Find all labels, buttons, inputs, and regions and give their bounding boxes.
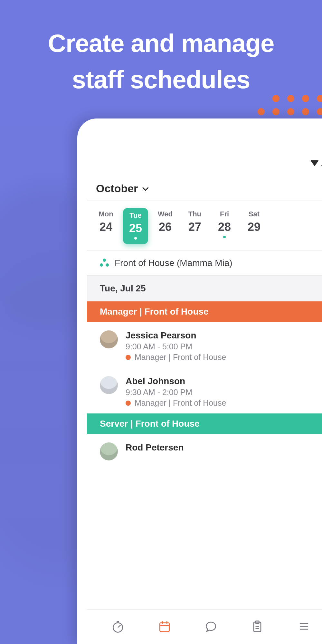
- day-number: 25: [123, 222, 148, 235]
- day-name: Fri: [212, 210, 237, 218]
- day-wed[interactable]: Wed 26: [153, 208, 178, 244]
- week-day-strip: Mon 24 Tue 25 Wed 26 Thu 27 Fri: [87, 201, 322, 251]
- clipboard-icon: [250, 619, 264, 633]
- app-store-screenshot: Create and manage staff schedules Octobe…: [0, 0, 322, 644]
- dot-icon: [287, 95, 294, 102]
- role-header-label: Server | Front of House: [100, 419, 200, 429]
- staff-time: 9:30 AM - 2:00 PM: [126, 388, 226, 397]
- dot-icon: [272, 95, 279, 102]
- dot-icon: [317, 108, 322, 115]
- location-icon: [100, 259, 109, 268]
- decorative-dots-row-2: [258, 108, 322, 115]
- day-number: 29: [242, 220, 267, 234]
- staff-role: Manager | Front of House: [126, 353, 226, 362]
- decorative-dots-row-1: [272, 95, 322, 102]
- menu-icon: [297, 619, 311, 633]
- day-fri[interactable]: Fri 28: [212, 208, 237, 244]
- day-number: 26: [153, 220, 178, 234]
- tab-clipboard[interactable]: [250, 619, 264, 635]
- svg-point-0: [113, 623, 123, 632]
- date-header-label: Tue, Jul 25: [100, 283, 146, 293]
- tab-stopwatch[interactable]: [111, 619, 125, 635]
- avatar: [100, 330, 118, 348]
- role-color-dot-icon: [126, 401, 131, 406]
- day-number: 28: [212, 220, 237, 234]
- hero-headline: Create and manage staff schedules: [0, 25, 322, 98]
- bottom-tab-bar: [87, 609, 322, 644]
- signal-icon: [321, 160, 322, 166]
- staff-row[interactable]: Abel Johnson 9:30 AM - 2:00 PM Manager |…: [87, 368, 322, 413]
- avatar: [100, 442, 118, 460]
- tab-menu[interactable]: [297, 619, 311, 635]
- chat-icon: [204, 619, 218, 633]
- staff-name: Jessica Pearson: [126, 330, 226, 341]
- phone-mockup: October Mon 24 Tue 25 Wed 26 Thu: [77, 118, 322, 644]
- day-sat[interactable]: Sat 29: [242, 208, 267, 244]
- staff-row[interactable]: Rod Petersen: [87, 434, 322, 466]
- day-name: Mon: [93, 210, 118, 218]
- staff-row[interactable]: Jessica Pearson 9:00 AM - 5:00 PM Manage…: [87, 322, 322, 368]
- month-picker[interactable]: October: [87, 176, 322, 201]
- staff-name: Rod Petersen: [126, 442, 184, 453]
- dot-icon: [272, 108, 279, 115]
- date-header: Tue, Jul 25: [87, 276, 322, 301]
- staff-meta: Jessica Pearson 9:00 AM - 5:00 PM Manage…: [126, 330, 226, 362]
- hero-line-1: Create and manage: [0, 25, 322, 62]
- dot-icon: [287, 108, 294, 115]
- staff-name: Abel Johnson: [126, 376, 226, 386]
- day-mon[interactable]: Mon 24: [93, 208, 118, 244]
- dot-icon: [317, 95, 322, 102]
- hero-line-2: staff schedules: [0, 62, 322, 98]
- staff-meta: Rod Petersen: [126, 442, 184, 454]
- role-header-manager: Manager | Front of House: [87, 301, 322, 322]
- day-name: Thu: [182, 210, 207, 218]
- staff-meta: Abel Johnson 9:30 AM - 2:00 PM Manager |…: [126, 376, 226, 408]
- tab-chat[interactable]: [204, 619, 218, 635]
- day-name: Tue: [123, 211, 148, 220]
- role-color-dot-icon: [126, 355, 131, 360]
- role-header-server: Server | Front of House: [87, 413, 322, 434]
- chevron-down-icon: [142, 185, 149, 191]
- avatar: [100, 376, 118, 394]
- dot-icon: [258, 108, 265, 115]
- dot-icon: [302, 95, 309, 102]
- month-label: October: [96, 182, 138, 195]
- location-label: Front of House (Mamma Mia): [115, 258, 232, 268]
- day-name: Wed: [153, 210, 178, 218]
- svg-rect-1: [160, 623, 169, 632]
- phone-screen: October Mon 24 Tue 25 Wed 26 Thu: [87, 154, 322, 644]
- staff-time: 9:00 AM - 5:00 PM: [126, 342, 226, 351]
- dot-icon: [302, 108, 309, 115]
- staff-role-label: Manager | Front of House: [135, 398, 226, 408]
- location-section[interactable]: Front of House (Mamma Mia): [87, 251, 322, 276]
- day-number: 27: [182, 220, 207, 234]
- tab-calendar[interactable]: [157, 619, 172, 635]
- day-number: 24: [93, 220, 118, 234]
- wifi-icon: [310, 160, 319, 166]
- day-tue-selected[interactable]: Tue 25: [123, 208, 148, 244]
- event-dot-icon: [134, 237, 137, 240]
- day-name: Sat: [242, 210, 267, 218]
- role-header-label: Manager | Front of House: [100, 307, 209, 317]
- stopwatch-icon: [111, 619, 125, 633]
- status-bar: [310, 159, 322, 166]
- calendar-icon: [157, 619, 172, 633]
- event-dot-icon: [223, 236, 226, 238]
- staff-role-label: Manager | Front of House: [135, 353, 226, 362]
- staff-role: Manager | Front of House: [126, 398, 226, 408]
- day-thu[interactable]: Thu 27: [182, 208, 207, 244]
